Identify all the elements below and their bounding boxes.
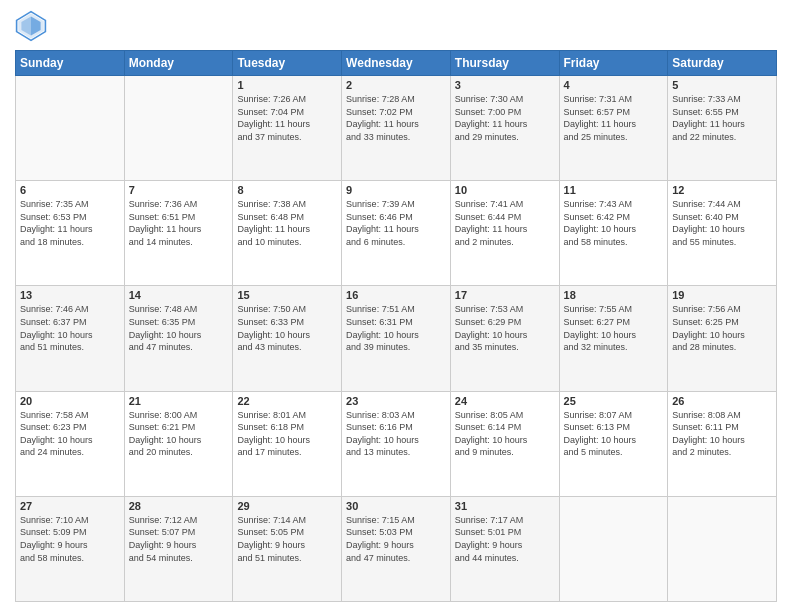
day-number: 4 (564, 79, 664, 91)
calendar-cell: 27Sunrise: 7:10 AM Sunset: 5:09 PM Dayli… (16, 496, 125, 601)
calendar-cell: 4Sunrise: 7:31 AM Sunset: 6:57 PM Daylig… (559, 76, 668, 181)
day-number: 26 (672, 395, 772, 407)
day-number: 5 (672, 79, 772, 91)
calendar-cell: 10Sunrise: 7:41 AM Sunset: 6:44 PM Dayli… (450, 181, 559, 286)
week-row-4: 27Sunrise: 7:10 AM Sunset: 5:09 PM Dayli… (16, 496, 777, 601)
calendar-cell: 3Sunrise: 7:30 AM Sunset: 7:00 PM Daylig… (450, 76, 559, 181)
day-info: Sunrise: 8:01 AM Sunset: 6:18 PM Dayligh… (237, 409, 337, 459)
calendar-cell: 25Sunrise: 8:07 AM Sunset: 6:13 PM Dayli… (559, 391, 668, 496)
day-number: 17 (455, 289, 555, 301)
day-info: Sunrise: 7:31 AM Sunset: 6:57 PM Dayligh… (564, 93, 664, 143)
calendar-cell: 15Sunrise: 7:50 AM Sunset: 6:33 PM Dayli… (233, 286, 342, 391)
day-number: 22 (237, 395, 337, 407)
page: SundayMondayTuesdayWednesdayThursdayFrid… (0, 0, 792, 612)
day-info: Sunrise: 7:36 AM Sunset: 6:51 PM Dayligh… (129, 198, 229, 248)
calendar-cell: 28Sunrise: 7:12 AM Sunset: 5:07 PM Dayli… (124, 496, 233, 601)
calendar-cell: 20Sunrise: 7:58 AM Sunset: 6:23 PM Dayli… (16, 391, 125, 496)
calendar-header: SundayMondayTuesdayWednesdayThursdayFrid… (16, 51, 777, 76)
logo (15, 10, 51, 42)
day-header-tuesday: Tuesday (233, 51, 342, 76)
calendar-table: SundayMondayTuesdayWednesdayThursdayFrid… (15, 50, 777, 602)
calendar-cell: 13Sunrise: 7:46 AM Sunset: 6:37 PM Dayli… (16, 286, 125, 391)
calendar-cell (124, 76, 233, 181)
calendar-cell: 24Sunrise: 8:05 AM Sunset: 6:14 PM Dayli… (450, 391, 559, 496)
day-info: Sunrise: 7:55 AM Sunset: 6:27 PM Dayligh… (564, 303, 664, 353)
day-number: 6 (20, 184, 120, 196)
day-info: Sunrise: 8:00 AM Sunset: 6:21 PM Dayligh… (129, 409, 229, 459)
day-number: 24 (455, 395, 555, 407)
day-info: Sunrise: 7:53 AM Sunset: 6:29 PM Dayligh… (455, 303, 555, 353)
day-number: 12 (672, 184, 772, 196)
calendar-cell: 19Sunrise: 7:56 AM Sunset: 6:25 PM Dayli… (668, 286, 777, 391)
day-header-saturday: Saturday (668, 51, 777, 76)
calendar-cell: 7Sunrise: 7:36 AM Sunset: 6:51 PM Daylig… (124, 181, 233, 286)
day-number: 28 (129, 500, 229, 512)
calendar-cell: 6Sunrise: 7:35 AM Sunset: 6:53 PM Daylig… (16, 181, 125, 286)
day-info: Sunrise: 8:07 AM Sunset: 6:13 PM Dayligh… (564, 409, 664, 459)
calendar-cell: 12Sunrise: 7:44 AM Sunset: 6:40 PM Dayli… (668, 181, 777, 286)
day-number: 30 (346, 500, 446, 512)
day-info: Sunrise: 7:33 AM Sunset: 6:55 PM Dayligh… (672, 93, 772, 143)
day-number: 3 (455, 79, 555, 91)
day-info: Sunrise: 7:14 AM Sunset: 5:05 PM Dayligh… (237, 514, 337, 564)
week-row-2: 13Sunrise: 7:46 AM Sunset: 6:37 PM Dayli… (16, 286, 777, 391)
day-header-wednesday: Wednesday (342, 51, 451, 76)
day-info: Sunrise: 7:41 AM Sunset: 6:44 PM Dayligh… (455, 198, 555, 248)
day-number: 18 (564, 289, 664, 301)
calendar-cell: 9Sunrise: 7:39 AM Sunset: 6:46 PM Daylig… (342, 181, 451, 286)
calendar-body: 1Sunrise: 7:26 AM Sunset: 7:04 PM Daylig… (16, 76, 777, 602)
calendar-cell: 8Sunrise: 7:38 AM Sunset: 6:48 PM Daylig… (233, 181, 342, 286)
day-header-thursday: Thursday (450, 51, 559, 76)
day-info: Sunrise: 7:12 AM Sunset: 5:07 PM Dayligh… (129, 514, 229, 564)
calendar-cell (668, 496, 777, 601)
day-info: Sunrise: 7:58 AM Sunset: 6:23 PM Dayligh… (20, 409, 120, 459)
calendar-cell: 5Sunrise: 7:33 AM Sunset: 6:55 PM Daylig… (668, 76, 777, 181)
calendar-cell: 11Sunrise: 7:43 AM Sunset: 6:42 PM Dayli… (559, 181, 668, 286)
logo-icon (15, 10, 47, 42)
day-number: 9 (346, 184, 446, 196)
day-info: Sunrise: 7:50 AM Sunset: 6:33 PM Dayligh… (237, 303, 337, 353)
day-header-row: SundayMondayTuesdayWednesdayThursdayFrid… (16, 51, 777, 76)
day-number: 11 (564, 184, 664, 196)
calendar-cell: 1Sunrise: 7:26 AM Sunset: 7:04 PM Daylig… (233, 76, 342, 181)
day-number: 20 (20, 395, 120, 407)
day-number: 21 (129, 395, 229, 407)
day-info: Sunrise: 7:56 AM Sunset: 6:25 PM Dayligh… (672, 303, 772, 353)
day-number: 8 (237, 184, 337, 196)
calendar-cell: 26Sunrise: 8:08 AM Sunset: 6:11 PM Dayli… (668, 391, 777, 496)
day-info: Sunrise: 7:10 AM Sunset: 5:09 PM Dayligh… (20, 514, 120, 564)
day-info: Sunrise: 7:39 AM Sunset: 6:46 PM Dayligh… (346, 198, 446, 248)
day-number: 31 (455, 500, 555, 512)
day-number: 27 (20, 500, 120, 512)
calendar-cell: 21Sunrise: 8:00 AM Sunset: 6:21 PM Dayli… (124, 391, 233, 496)
day-number: 15 (237, 289, 337, 301)
day-info: Sunrise: 8:03 AM Sunset: 6:16 PM Dayligh… (346, 409, 446, 459)
day-number: 23 (346, 395, 446, 407)
day-number: 10 (455, 184, 555, 196)
day-info: Sunrise: 7:17 AM Sunset: 5:01 PM Dayligh… (455, 514, 555, 564)
day-header-sunday: Sunday (16, 51, 125, 76)
day-number: 29 (237, 500, 337, 512)
calendar-cell: 30Sunrise: 7:15 AM Sunset: 5:03 PM Dayli… (342, 496, 451, 601)
calendar-cell (16, 76, 125, 181)
day-info: Sunrise: 8:08 AM Sunset: 6:11 PM Dayligh… (672, 409, 772, 459)
day-info: Sunrise: 8:05 AM Sunset: 6:14 PM Dayligh… (455, 409, 555, 459)
calendar-cell (559, 496, 668, 601)
day-info: Sunrise: 7:48 AM Sunset: 6:35 PM Dayligh… (129, 303, 229, 353)
calendar-cell: 16Sunrise: 7:51 AM Sunset: 6:31 PM Dayli… (342, 286, 451, 391)
day-header-monday: Monday (124, 51, 233, 76)
calendar-cell: 17Sunrise: 7:53 AM Sunset: 6:29 PM Dayli… (450, 286, 559, 391)
calendar-cell: 18Sunrise: 7:55 AM Sunset: 6:27 PM Dayli… (559, 286, 668, 391)
day-number: 14 (129, 289, 229, 301)
day-info: Sunrise: 7:38 AM Sunset: 6:48 PM Dayligh… (237, 198, 337, 248)
day-info: Sunrise: 7:44 AM Sunset: 6:40 PM Dayligh… (672, 198, 772, 248)
day-info: Sunrise: 7:46 AM Sunset: 6:37 PM Dayligh… (20, 303, 120, 353)
header (15, 10, 777, 42)
calendar-cell: 2Sunrise: 7:28 AM Sunset: 7:02 PM Daylig… (342, 76, 451, 181)
day-info: Sunrise: 7:35 AM Sunset: 6:53 PM Dayligh… (20, 198, 120, 248)
day-info: Sunrise: 7:26 AM Sunset: 7:04 PM Dayligh… (237, 93, 337, 143)
day-number: 16 (346, 289, 446, 301)
day-info: Sunrise: 7:30 AM Sunset: 7:00 PM Dayligh… (455, 93, 555, 143)
week-row-0: 1Sunrise: 7:26 AM Sunset: 7:04 PM Daylig… (16, 76, 777, 181)
day-info: Sunrise: 7:51 AM Sunset: 6:31 PM Dayligh… (346, 303, 446, 353)
